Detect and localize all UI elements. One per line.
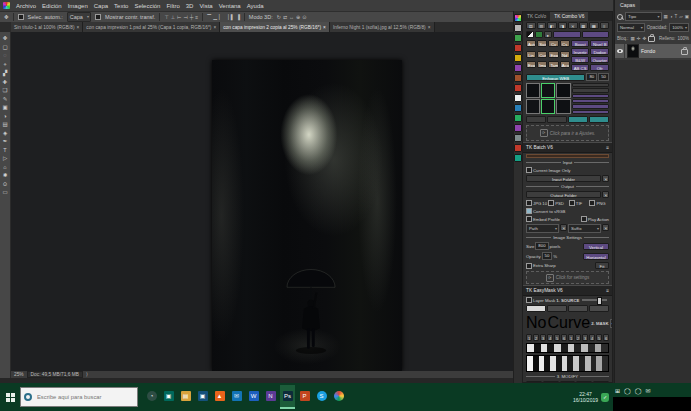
align-icon[interactable]: ┼ [190,14,194,20]
tk-tool-icon[interactable]: ▩ [589,22,599,29]
tab-close-icon[interactable]: × [428,25,431,30]
tk-module-icon[interactable] [514,84,522,92]
taskbar-app-icon[interactable] [331,385,346,409]
lock-option-icon[interactable]: ▦ [631,36,635,41]
document-tab[interactable]: con capa impresion 1.psd al 25% (Capa 1 … [83,22,220,32]
tk-mini-button[interactable] [572,104,609,108]
tk-module-icon[interactable] [514,94,522,102]
mask-key[interactable] [601,344,608,352]
taskbar-app-icon[interactable]: ✉ [229,385,244,409]
embed-profile-checkbox[interactable] [526,216,532,222]
tk-tool-icon[interactable]: ◧ [547,22,557,29]
tk-effect-button[interactable]: Dodge [590,48,609,55]
layer-filter-icon[interactable]: ▱ [679,14,682,19]
distribute-icon[interactable]: ▏ [219,14,223,20]
menu-item[interactable]: Archivo [16,3,36,9]
security-shield-icon[interactable]: ✓ [601,393,609,402]
mask-key[interactable] [588,344,595,352]
tool-icon[interactable]: T [3,147,6,153]
tk-tool-icon[interactable]: ▦ [579,22,589,29]
visibility-toggle[interactable] [615,44,625,58]
menu-item[interactable]: Texto [114,3,128,9]
tray-icon[interactable]: ◯ [624,387,631,394]
tool-icon[interactable]: ⊙ [3,181,8,187]
tool-icon[interactable]: ◑ [3,113,6,119]
tool-icon[interactable]: ▢ [2,44,7,50]
tk-adjustment-button[interactable]: Imag [537,61,547,68]
mask-number-button[interactable]: 2 [533,334,539,341]
tk-adjustment-button[interactable]: Lin [526,51,536,58]
format-checkbox[interactable] [589,200,595,206]
tk-adjustment-button[interactable]: Cs [560,40,570,47]
start-button[interactable] [0,383,20,411]
panel-menu-icon[interactable]: ≡ [606,145,609,150]
mask-key[interactable] [595,344,602,352]
mask-number-button[interactable]: 6 [603,334,609,341]
taskbar-search[interactable] [20,387,138,407]
distribute-icon[interactable]: ▐ [236,14,240,20]
taskbar-app-icon[interactable]: ▣ [161,385,176,409]
tk-module-icon[interactable] [514,24,522,32]
menu-item[interactable]: Ventana [219,3,241,9]
source-button[interactable] [568,305,588,312]
tool-icon[interactable]: ▣ [2,104,7,110]
mask-number-button[interactable]: 6 [561,334,567,341]
mask-key[interactable] [568,344,575,352]
size-input[interactable]: 800 [535,242,548,250]
convert-srgb-checkbox[interactable] [526,208,532,214]
tk-mini-button[interactable] [572,83,609,87]
mask-key[interactable] [574,344,581,352]
tk-mini-button[interactable] [572,99,609,103]
tk-effect-button[interactable]: B&W [571,56,590,63]
lock-icon[interactable] [648,36,655,42]
source-button[interactable] [526,305,546,312]
search-input[interactable] [35,393,134,401]
mask-number-button[interactable]: 4 [589,334,595,341]
tk-effect-button[interactable]: Invertir [571,48,590,55]
tray-icon[interactable]: ✉ [645,387,650,394]
layer-filter-icon[interactable]: ◑ [670,14,673,19]
tk-module-icon[interactable] [514,124,522,132]
tk-effect-button[interactable]: AB CS [571,64,590,71]
mask-thumbnail[interactable] [556,83,570,98]
layer-name[interactable]: Fondo [641,48,679,54]
tk-mini-button[interactable] [572,110,609,114]
align-icon[interactable]: ⊤ [164,14,168,20]
tab-close-icon[interactable]: × [323,25,326,30]
tk-module-icon[interactable] [514,144,522,152]
taskbar-app-icon[interactable]: P [297,385,312,409]
menu-item[interactable]: Edición [42,3,62,9]
taskbar-clock[interactable]: 22:47 16/10/2019 [573,391,598,404]
tool-icon[interactable]: ◈ [3,130,7,136]
tool-icon[interactable]: ✱ [3,172,8,178]
panel-menu-icon[interactable]: ≡ [606,288,609,293]
menu-item[interactable]: Ayuda [247,3,264,9]
menu-item[interactable]: Selección [134,3,160,9]
mode3d-icon[interactable]: ⊕ [296,14,300,20]
tk-adjustment-button[interactable]: Acople [560,61,570,68]
format-option[interactable]: PNG [589,200,609,206]
tk-module-icon[interactable] [514,64,522,72]
align-icon[interactable]: ⊢ [177,14,181,20]
taskbar-app-icon[interactable]: N [263,385,278,409]
menu-item[interactable]: 3D [186,3,194,9]
tk-module-icon[interactable] [514,104,522,112]
mode3d-icon[interactable]: ↻ [277,14,281,20]
tool-icon[interactable]: ✎ [3,96,8,102]
mask-number-button[interactable]: 5 [596,334,602,341]
mask-thumbnail[interactable] [556,99,570,114]
brush-icon[interactable]: ▸ [544,31,552,38]
tool-icon[interactable]: ⌖ [3,61,6,68]
distribute-icon[interactable]: ▁ [213,14,217,20]
show-transform-checkbox[interactable] [95,14,101,20]
clear-button[interactable]: ✕ [560,224,567,231]
tk-module-icon[interactable] [514,74,522,82]
layer-filter-icon[interactable]: ▣ [685,14,689,19]
taskbar-app-icon[interactable]: ◔ [144,385,159,409]
format-checkbox[interactable] [548,200,554,206]
mask-key[interactable] [561,344,568,352]
doc-size-info[interactable]: Doc: 49,5 MB/71,6 MB [27,371,83,378]
distribute-icon[interactable]: ▔ [207,14,211,20]
tk-effect-button[interactable]: Ofr [590,64,609,71]
tool-icon[interactable]: ✚ [3,79,8,85]
